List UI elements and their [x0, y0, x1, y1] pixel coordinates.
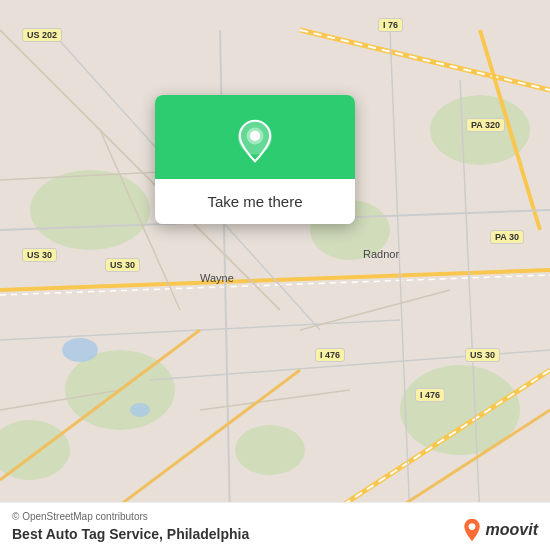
svg-point-13: [468, 523, 475, 530]
svg-point-9: [130, 403, 150, 417]
popup-button-section[interactable]: Take me there: [155, 179, 355, 224]
town-label-wayne: Wayne: [200, 272, 234, 284]
road-label-i476-right: I 476: [415, 388, 445, 402]
moovit-text: moovit: [486, 521, 538, 539]
location-title: Best Auto Tag Service, Philadelphia: [12, 526, 538, 542]
map-container: US 202 I 76 PA 320 PA 30 US 30 US 30 I 4…: [0, 0, 550, 550]
svg-point-1: [30, 170, 150, 250]
road-label-us202: US 202: [22, 28, 62, 42]
svg-point-12: [250, 131, 260, 141]
take-me-there-button[interactable]: Take me there: [167, 189, 343, 214]
road-label-pa320: PA 320: [466, 118, 505, 132]
road-label-us30-mid: US 30: [105, 258, 140, 272]
moovit-logo: moovit: [462, 518, 538, 542]
svg-point-8: [62, 338, 98, 362]
location-pin-icon: [233, 119, 277, 163]
popup-card: Take me there: [155, 95, 355, 224]
road-label-pa30-right: PA 30: [490, 230, 524, 244]
moovit-pin-icon: [462, 518, 482, 542]
popup-green-section: [155, 95, 355, 179]
road-label-us30-left: US 30: [22, 248, 57, 262]
road-label-us30-bottom: US 30: [465, 348, 500, 362]
town-label-radnor: Radnor: [363, 248, 399, 260]
map-svg: [0, 0, 550, 550]
bottom-bar: © OpenStreetMap contributors Best Auto T…: [0, 502, 550, 550]
svg-point-7: [235, 425, 305, 475]
road-label-i476-left: I 476: [315, 348, 345, 362]
road-label-i76-top: I 76: [378, 18, 403, 32]
map-attribution: © OpenStreetMap contributors: [12, 511, 538, 522]
